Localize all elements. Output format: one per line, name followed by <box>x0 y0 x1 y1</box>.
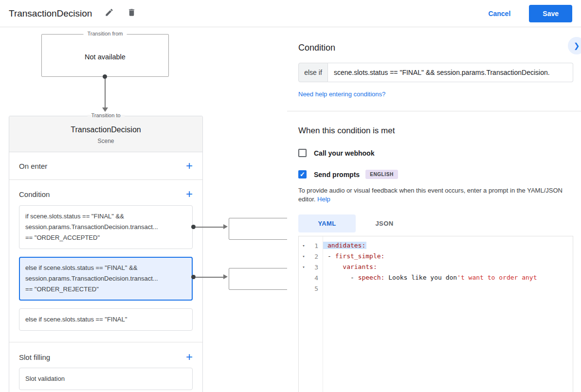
prompt-help-link[interactable]: Help <box>317 196 330 203</box>
condition-text-line: session.params.TransactionDecision.trans… <box>25 222 186 232</box>
transition-to-node: Transition to TransactionDecision Scene … <box>9 116 203 392</box>
yaml-dash-token: - <box>327 252 335 260</box>
transition-from-node[interactable]: Transition from Not available <box>41 34 169 77</box>
code-line: - first_simple: <box>327 251 573 262</box>
yaml-key-token: andidates: <box>323 242 366 249</box>
transition-target-node[interactable] <box>229 218 292 240</box>
condition-section-label: Condition <box>19 190 50 198</box>
code-line: - speech: Looks like you don't want to o… <box>327 272 573 283</box>
scene-card-header[interactable]: Transition to TransactionDecision Scene <box>9 116 202 152</box>
condition-expression-input[interactable] <box>328 63 573 82</box>
scene-name: TransactionDecision <box>15 125 197 134</box>
webhook-row: Call your webhook <box>298 149 573 157</box>
connector-dot <box>191 225 196 229</box>
fold-arrow-icon[interactable]: ▾ <box>299 243 309 248</box>
send-prompts-checkbox[interactable]: ✓ <box>298 170 307 178</box>
gutter-line: 5 <box>299 283 323 294</box>
send-prompts-label: Send prompts <box>314 171 360 178</box>
on-enter-section: On enter + <box>9 152 202 180</box>
edit-title-button[interactable] <box>104 8 114 19</box>
slot-filling-section: Slot filling + Slot validation <box>9 342 202 392</box>
gutter-line: ▾ 1 <box>299 240 323 251</box>
transition-from-value: Not available <box>42 53 168 61</box>
page-title: TransactionDecision <box>9 8 92 19</box>
cancel-button[interactable]: Cancel <box>488 10 510 18</box>
gutter-line: 4 <box>299 272 323 283</box>
top-bar: TransactionDecision Cancel Save <box>0 0 581 27</box>
line-number: 5 <box>309 285 323 292</box>
condition-text-line: else if scene.slots.status == "FINAL" && <box>25 263 186 273</box>
call-webhook-label: Call your webhook <box>314 149 374 157</box>
add-slot-button[interactable]: + <box>186 352 193 362</box>
when-condition-met-title: When this condition is met <box>298 126 573 136</box>
trash-icon <box>127 8 136 19</box>
slot-item-label: Slot validation <box>25 374 186 384</box>
panel-title: Condition <box>298 43 573 53</box>
code-line: andidates: <box>327 240 573 251</box>
pencil-icon <box>105 8 114 19</box>
line-number: 3 <box>309 264 323 271</box>
add-condition-button[interactable]: + <box>186 189 193 199</box>
save-button[interactable]: Save <box>529 5 572 22</box>
arrow-down-icon <box>102 107 108 112</box>
tab-json[interactable]: JSON <box>356 214 413 232</box>
yaml-text-token: Looks like you don <box>384 274 457 281</box>
connector-dot <box>103 74 107 79</box>
condition-item-accepted[interactable]: if scene.slots.status == "FINAL" && sess… <box>19 205 193 249</box>
code-line <box>327 283 573 294</box>
line-number: 2 <box>309 253 323 260</box>
slot-filling-label: Slot filling <box>19 353 50 361</box>
transition-target-node[interactable] <box>229 268 292 290</box>
line-number: 4 <box>309 274 323 282</box>
call-webhook-checkbox[interactable] <box>298 149 307 157</box>
add-on-enter-button[interactable]: + <box>186 161 193 171</box>
editor-gutter: ▾ 1 ▾ 2 ▾ 3 4 5 <box>299 236 323 392</box>
transition-from-label: Transition from <box>84 31 127 36</box>
yaml-dash-token: - <box>350 274 358 281</box>
yaml-key-token: speech: <box>358 274 385 281</box>
delete-scene-button[interactable] <box>126 8 137 19</box>
language-badge: ENGLISH <box>365 170 398 179</box>
send-prompts-row: ✓ Send prompts ENGLISH <box>298 170 573 179</box>
gutter-line: ▾ 2 <box>299 251 323 262</box>
condition-text-line: session.params.TransactionDecision.trans… <box>25 273 186 284</box>
condition-type-label: else if <box>298 63 328 82</box>
editor-format-tabs: YAML JSON <box>298 214 573 232</box>
line-number: 1 <box>309 242 323 249</box>
condition-item-rejected[interactable]: else if scene.slots.status == "FINAL" &&… <box>19 257 193 301</box>
chevron-right-icon: ❯ <box>574 41 580 50</box>
fold-arrow-icon[interactable]: ▾ <box>299 254 309 259</box>
condition-editor-row: else if <box>298 63 573 82</box>
connector-line <box>196 227 224 228</box>
yaml-key-token: first_simple: <box>335 252 385 260</box>
prompt-description: To provide audio or visual feedback when… <box>298 186 569 204</box>
prompt-description-text: To provide audio or visual feedback when… <box>298 187 563 203</box>
scene-type-label: Scene <box>15 138 197 144</box>
panel-divider <box>287 111 581 111</box>
condition-section-header: Condition + <box>9 180 202 205</box>
connector-dot <box>191 275 196 279</box>
tab-yaml[interactable]: YAML <box>298 214 356 232</box>
yaml-code-editor[interactable]: ▾ 1 ▾ 2 ▾ 3 4 5 andidates: - first_simpl… <box>298 236 573 392</box>
yaml-string-token: 't want to order anyt <box>457 274 537 281</box>
condition-item-final[interactable]: else if scene.slots.status == "FINAL" <box>19 308 193 331</box>
fold-arrow-icon[interactable]: ▾ <box>299 265 309 269</box>
gutter-line: ▾ 3 <box>299 262 323 272</box>
slot-validation-item[interactable]: Slot validation <box>19 368 193 390</box>
condition-text-line: == "ORDER_ACCEPTED" <box>25 232 186 243</box>
yaml-indent <box>327 263 343 270</box>
arrow-right-icon <box>223 274 228 279</box>
conditions-help-link[interactable]: Need help entering conditions? <box>298 90 573 98</box>
connector-line <box>196 277 224 278</box>
condition-text-line: if scene.slots.status == "FINAL" && <box>25 211 186 222</box>
yaml-indent <box>327 274 350 281</box>
code-line: variants: <box>327 262 573 272</box>
condition-text-line: == "ORDER_REJECTED" <box>25 284 186 295</box>
transition-to-label: Transition to <box>87 112 124 118</box>
arrow-right-icon <box>223 224 228 229</box>
condition-text-line: else if scene.slots.status == "FINAL" <box>25 314 186 325</box>
condition-section: Condition + if scene.slots.status == "FI… <box>9 180 202 342</box>
connector-line <box>105 79 106 107</box>
editor-code-area[interactable]: andidates: - first_simple: variants: - s… <box>323 236 573 392</box>
on-enter-label: On enter <box>19 162 47 170</box>
